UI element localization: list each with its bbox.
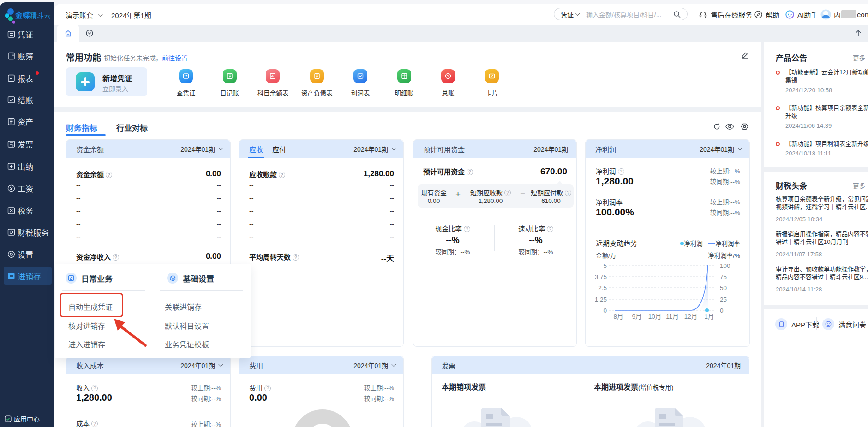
svg-text:3.75: 3.75 (595, 273, 607, 280)
svg-text:9月: 9月 (632, 313, 641, 320)
svg-text:0: 0 (720, 307, 724, 314)
svg-text:5: 5 (603, 262, 607, 269)
svg-text:8月: 8月 (613, 313, 623, 320)
svg-text:金蝶: 金蝶 (15, 11, 30, 19)
svg-text:75: 75 (720, 273, 727, 280)
svg-text:100: 100 (720, 262, 730, 269)
svg-text:1.25: 1.25 (595, 296, 607, 303)
svg-text:0: 0 (603, 307, 607, 314)
svg-text:精斗云: 精斗云 (30, 12, 51, 19)
svg-text:50: 50 (720, 285, 727, 291)
svg-text:10月: 10月 (648, 313, 662, 320)
svg-text:25: 25 (720, 296, 727, 303)
svg-text:11月: 11月 (666, 313, 679, 320)
svg-text:1月: 1月 (704, 313, 714, 320)
svg-text:2.5: 2.5 (598, 285, 607, 291)
svg-text:12月: 12月 (684, 313, 698, 320)
